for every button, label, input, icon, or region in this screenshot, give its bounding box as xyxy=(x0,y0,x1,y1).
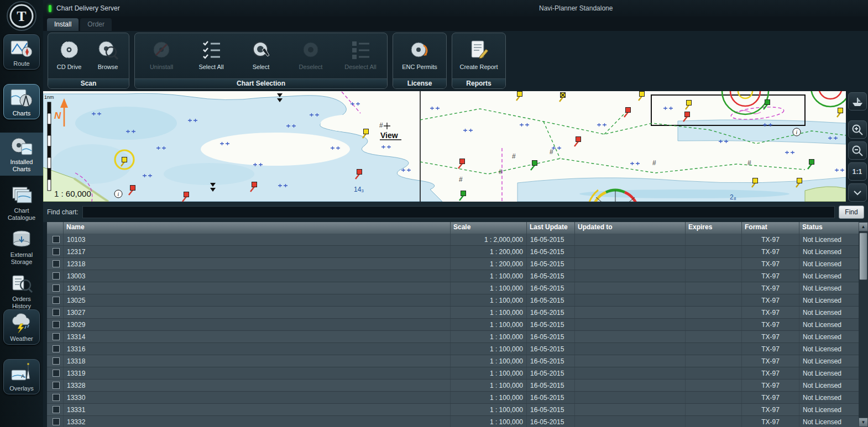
row-checkbox[interactable] xyxy=(53,260,60,267)
ship-position-button[interactable] xyxy=(848,92,867,110)
header-name[interactable]: Name xyxy=(64,222,451,234)
row-checkbox[interactable] xyxy=(53,357,60,365)
sidebar-item-weather[interactable]: Weather xyxy=(0,309,43,345)
find-chart-input[interactable] xyxy=(82,206,835,218)
enc-permits-label: ENC Permits xyxy=(402,64,437,70)
table-row[interactable]: 13027 1 : 100,000 16-05-2015 TX-97 Not L… xyxy=(47,307,859,319)
table-row[interactable]: 13331 1 : 100,000 16-05-2015 TX-97 Not L… xyxy=(47,404,859,416)
scrollbar-thumb[interactable] xyxy=(859,233,867,280)
deselect-button[interactable]: Deselect xyxy=(286,35,336,79)
row-checkbox[interactable] xyxy=(53,406,60,413)
table-row[interactable]: 12317 1 : 200,000 16-05-2015 TX-97 Not L… xyxy=(47,246,859,258)
table-row[interactable]: 13328 1 : 100,000 16-05-2015 TX-97 Not L… xyxy=(47,379,859,392)
table-row[interactable]: 13319 1 : 100,000 16-05-2015 TX-97 Not L… xyxy=(47,367,859,379)
external-storage-icon xyxy=(9,228,34,250)
row-checkbox[interactable] xyxy=(53,370,60,377)
sidebar-item-external-storage[interactable]: External Storage xyxy=(0,225,43,268)
table-row[interactable]: 13029 1 : 100,000 16-05-2015 TX-97 Not L… xyxy=(47,319,859,331)
sidebar-item-orders-history[interactable]: Orders History xyxy=(0,270,43,313)
header-format[interactable]: Format xyxy=(742,222,799,234)
actual-size-button[interactable]: 1:1 xyxy=(848,162,867,181)
app-logo[interactable]: T xyxy=(0,1,43,31)
browse-button[interactable]: Browse xyxy=(88,35,127,79)
sidebar-item-label: External Storage xyxy=(5,251,38,265)
cell-status: Not Licensed xyxy=(799,294,859,306)
table-row[interactable]: 13332 1 : 100,000 16-05-2015 TX-97 Not L… xyxy=(47,416,859,427)
cell-format: TX-97 xyxy=(742,343,799,355)
tabstrip: Install Order xyxy=(43,17,868,31)
table-row[interactable]: 10103 1 : 2,000,000 16-05-2015 TX-97 Not… xyxy=(47,234,859,246)
row-checkbox[interactable] xyxy=(53,248,60,255)
header-expires[interactable]: Expires xyxy=(686,222,742,234)
scrollbar-up-arrow[interactable]: ▲ xyxy=(859,222,868,231)
find-button[interactable]: Find xyxy=(839,205,864,219)
sidebar-item-installed-charts[interactable]: Installed Charts xyxy=(0,133,43,176)
cell-status: Not Licensed xyxy=(799,258,859,270)
cell-format: TX-97 xyxy=(742,379,799,391)
row-checkbox[interactable] xyxy=(53,284,60,292)
table-row[interactable]: 13314 1 : 100,000 16-05-2015 TX-97 Not L… xyxy=(47,331,859,343)
sidebar-item-overlays[interactable]: A Overlays xyxy=(0,359,43,394)
table-row[interactable]: 13003 1 : 100,000 16-05-2015 TX-97 Not L… xyxy=(47,270,859,282)
row-checkbox[interactable] xyxy=(53,297,60,304)
cell-updated-to xyxy=(575,367,686,379)
sidebar-item-label: Chart Catalogue xyxy=(5,207,38,221)
cell-last-update: 16-05-2015 xyxy=(527,258,575,270)
tab-order[interactable]: Order xyxy=(80,18,112,31)
create-report-button[interactable]: Create Report xyxy=(454,35,504,79)
map-scroll-down-button[interactable] xyxy=(848,183,867,202)
tab-install[interactable]: Install xyxy=(47,18,79,31)
table-row[interactable]: 13025 1 : 100,000 16-05-2015 TX-97 Not L… xyxy=(47,294,859,307)
cell-updated-to xyxy=(575,392,686,403)
row-checkbox-cell xyxy=(47,392,64,403)
row-checkbox-cell xyxy=(47,343,64,355)
sidebar-item-route[interactable]: Route xyxy=(0,34,43,70)
svg-text:#: # xyxy=(459,176,463,183)
reports-group-label: Reports xyxy=(452,78,505,88)
cell-expires xyxy=(686,270,742,282)
deselect-all-button[interactable]: Deselect All xyxy=(336,35,385,79)
row-checkbox-cell xyxy=(47,307,64,318)
cell-last-update: 16-05-2015 xyxy=(527,331,575,342)
header-updated-to[interactable]: Updated to xyxy=(575,222,686,234)
header-last-update[interactable]: Last Update xyxy=(527,222,575,234)
table-scrollbar[interactable]: ▲ ▼ xyxy=(859,222,868,427)
row-checkbox[interactable] xyxy=(53,236,60,243)
table-row[interactable]: 12318 1 : 200,000 16-05-2015 TX-97 Not L… xyxy=(47,258,859,270)
sidebar-item-charts[interactable]: Charts xyxy=(0,84,43,119)
zoom-out-button[interactable] xyxy=(848,141,867,160)
map-depth-label: 14₃ xyxy=(354,186,364,193)
table-row[interactable]: 13318 1 : 100,000 16-05-2015 TX-97 Not L… xyxy=(47,355,859,367)
row-checkbox[interactable] xyxy=(53,418,60,425)
cd-drive-button[interactable]: CD Drive xyxy=(50,35,88,79)
zoom-in-button[interactable] xyxy=(848,120,867,139)
uninstall-button[interactable]: Uninstall xyxy=(137,35,186,79)
find-chart-label: Find chart: xyxy=(47,208,79,216)
row-checkbox[interactable] xyxy=(53,345,60,352)
cell-format: TX-97 xyxy=(742,246,799,257)
map-depth-label: 2₈ xyxy=(730,193,736,201)
header-scale[interactable]: Scale xyxy=(451,222,527,234)
svg-text:i: i xyxy=(118,191,119,197)
select-all-button[interactable]: Select All xyxy=(186,35,236,79)
row-checkbox[interactable] xyxy=(53,333,60,340)
enc-permits-button[interactable]: ENC Permits xyxy=(395,35,445,79)
table-row[interactable]: 13316 1 : 100,000 16-05-2015 TX-97 Not L… xyxy=(47,343,859,355)
row-checkbox[interactable] xyxy=(53,321,60,328)
table-row[interactable]: 13330 1 : 100,000 16-05-2015 TX-97 Not L… xyxy=(47,392,859,404)
scrollbar-down-arrow[interactable]: ▼ xyxy=(859,418,868,427)
cell-scale: 1 : 100,000 xyxy=(451,294,527,306)
select-button[interactable]: Select xyxy=(236,35,286,79)
cell-last-update: 16-05-2015 xyxy=(527,379,575,391)
row-checkbox[interactable] xyxy=(53,272,60,280)
cell-name: 13330 xyxy=(64,392,451,403)
row-checkbox[interactable] xyxy=(53,394,60,401)
table-row[interactable]: 13014 1 : 100,000 16-05-2015 TX-97 Not L… xyxy=(47,282,859,294)
row-checkbox[interactable] xyxy=(53,382,60,389)
svg-text:#: # xyxy=(652,159,656,167)
zoom-in-icon xyxy=(851,124,864,136)
header-status[interactable]: Status xyxy=(799,222,859,234)
chart-preview-map[interactable]: ### ### # View xyxy=(43,91,846,202)
row-checkbox[interactable] xyxy=(53,309,60,316)
sidebar-item-chart-catalogue[interactable]: Chart Catalogue xyxy=(0,181,43,224)
